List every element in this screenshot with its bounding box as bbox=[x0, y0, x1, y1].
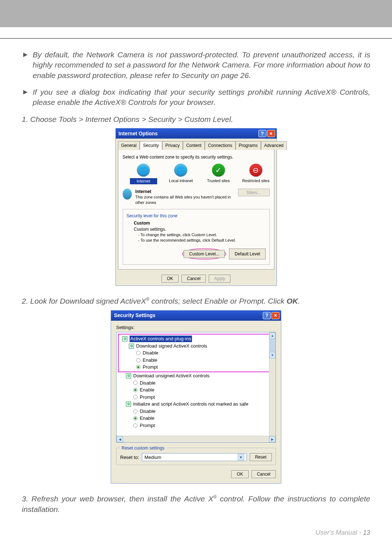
scroll-thumb[interactable] bbox=[269, 339, 275, 352]
security-level-legend: Security level for this zone bbox=[127, 213, 177, 218]
page-footer: User's Manual - 13 bbox=[0, 518, 392, 547]
step-3: 3. Refresh your web browser, then instal… bbox=[22, 494, 370, 514]
highlight-oval: Custom Level... bbox=[182, 249, 226, 259]
scroll-down-icon[interactable]: ▼ bbox=[269, 352, 275, 358]
dialog-title: Security Settings bbox=[114, 312, 155, 319]
tree-group-signed: Download signed ActiveX controls bbox=[136, 343, 207, 349]
help-icon[interactable]: ? bbox=[263, 312, 271, 319]
scroll-right-icon[interactable]: ▶ bbox=[269, 436, 275, 442]
step-1: 1. Choose Tools > Internet Options > Sec… bbox=[22, 114, 370, 124]
tab-advanced[interactable]: Advanced bbox=[261, 141, 287, 150]
scroll-left-icon[interactable]: ◀ bbox=[117, 436, 123, 442]
tab-programs[interactable]: Programs bbox=[236, 141, 261, 150]
tab-general[interactable]: General bbox=[118, 141, 140, 150]
radio-icon[interactable] bbox=[133, 388, 138, 392]
reset-button[interactable]: Reset bbox=[250, 453, 272, 461]
radio-icon[interactable] bbox=[133, 416, 138, 420]
reset-legend: Reset custom settings bbox=[120, 445, 167, 451]
zone-heading: Internet bbox=[135, 189, 234, 194]
note-password: By default, the Network Camera is not pa… bbox=[33, 50, 370, 81]
dialog-title: Internet Options bbox=[119, 130, 158, 137]
custom-title: Custom bbox=[134, 220, 266, 226]
tab-privacy[interactable]: Privacy bbox=[162, 141, 183, 150]
radio-icon[interactable] bbox=[133, 409, 138, 414]
ok-button[interactable]: OK bbox=[231, 470, 248, 478]
zone-prompt: Select a Web content zone to specify its… bbox=[123, 154, 270, 160]
cancel-button[interactable]: Cancel bbox=[252, 470, 276, 478]
gear-icon: ⚙ bbox=[126, 373, 131, 378]
zone-local-intranet[interactable]: 🌐 Local intranet bbox=[167, 164, 195, 184]
globe-icon: 🌐 bbox=[174, 164, 187, 177]
tree-group-unsigned: Download unsigned ActiveX controls bbox=[133, 373, 209, 379]
radio-icon[interactable] bbox=[136, 351, 140, 355]
tree-group-init: Initialize and script ActiveX controls n… bbox=[133, 401, 248, 407]
dialog-titlebar: Security Settings ? × bbox=[111, 311, 281, 321]
radio-icon[interactable] bbox=[133, 423, 138, 428]
sites-button: Sites... bbox=[238, 189, 270, 196]
custom-line-1: - To change the settings, click Custom L… bbox=[138, 232, 266, 238]
custom-level-button[interactable]: Custom Level... bbox=[184, 250, 225, 258]
tab-security[interactable]: Security bbox=[140, 141, 162, 150]
tab-content[interactable]: Content bbox=[183, 141, 205, 150]
zone-description: This zone contains all Web sites you hav… bbox=[135, 194, 234, 205]
reset-to-combo[interactable]: Medium ▼ bbox=[142, 453, 247, 461]
settings-tree[interactable]: ⚙ActiveX controls and plug-ins ⚙Download… bbox=[116, 332, 276, 443]
globe-icon bbox=[123, 189, 132, 200]
zone-restricted-sites[interactable]: ⊖ Restricted sites bbox=[242, 164, 269, 184]
radio-icon[interactable] bbox=[136, 358, 140, 362]
zone-internet[interactable]: 🌐 Internet bbox=[130, 164, 157, 184]
radio-icon[interactable] bbox=[133, 395, 138, 399]
radio-icon[interactable] bbox=[136, 365, 140, 369]
security-settings-dialog: Security Settings ? × Settings: ⚙ActiveX… bbox=[111, 310, 281, 484]
note-activex: If you see a dialog box indicating that … bbox=[33, 87, 370, 108]
tab-connections[interactable]: Connections bbox=[205, 141, 236, 150]
check-icon: ✓ bbox=[212, 164, 225, 177]
highlight-box: ⚙ActiveX controls and plug-ins ⚙Download… bbox=[118, 334, 274, 372]
internet-options-dialog: Internet Options ? × General Security Pr… bbox=[115, 128, 277, 286]
bullet-arrow-icon: ► bbox=[22, 87, 33, 108]
tree-root[interactable]: ActiveX controls and plug-ins bbox=[130, 336, 192, 342]
gear-icon: ⚙ bbox=[129, 344, 134, 349]
header-divider bbox=[0, 38, 392, 39]
cancel-button[interactable]: Cancel bbox=[181, 275, 206, 283]
minus-icon: ⊖ bbox=[249, 164, 262, 177]
custom-line-2: - To use the recommended settings, click… bbox=[138, 238, 266, 243]
close-icon[interactable]: × bbox=[271, 312, 279, 319]
ok-button[interactable]: OK bbox=[162, 275, 179, 283]
custom-sub: Custom settings. bbox=[134, 226, 266, 232]
zone-trusted-sites[interactable]: ✓ Trusted sites bbox=[205, 164, 232, 184]
help-icon[interactable]: ? bbox=[258, 130, 266, 137]
step-2: 2. Look for Download signed ActiveX® con… bbox=[22, 296, 370, 306]
radio-icon[interactable] bbox=[133, 381, 138, 385]
gear-icon: ⚙ bbox=[122, 336, 127, 341]
vertical-scrollbar[interactable]: ▲ ▼ bbox=[269, 332, 275, 436]
horizontal-scrollbar[interactable]: ◀ ▶ bbox=[117, 436, 275, 442]
close-icon[interactable]: × bbox=[267, 130, 275, 137]
tab-strip: General Security Privacy Content Connect… bbox=[116, 139, 277, 149]
bullet-arrow-icon: ► bbox=[22, 50, 33, 81]
reset-to-label: Reset to: bbox=[120, 454, 139, 461]
default-level-button[interactable]: Default Level bbox=[229, 249, 265, 259]
dialog-titlebar: Internet Options ? × bbox=[116, 128, 277, 139]
chevron-down-icon[interactable]: ▼ bbox=[238, 454, 244, 460]
scroll-up-icon[interactable]: ▲ bbox=[269, 332, 275, 339]
settings-label: Settings: bbox=[116, 324, 276, 331]
globe-icon: 🌐 bbox=[137, 164, 150, 177]
gear-icon: ⚙ bbox=[126, 402, 131, 407]
apply-button: Apply bbox=[209, 275, 230, 283]
